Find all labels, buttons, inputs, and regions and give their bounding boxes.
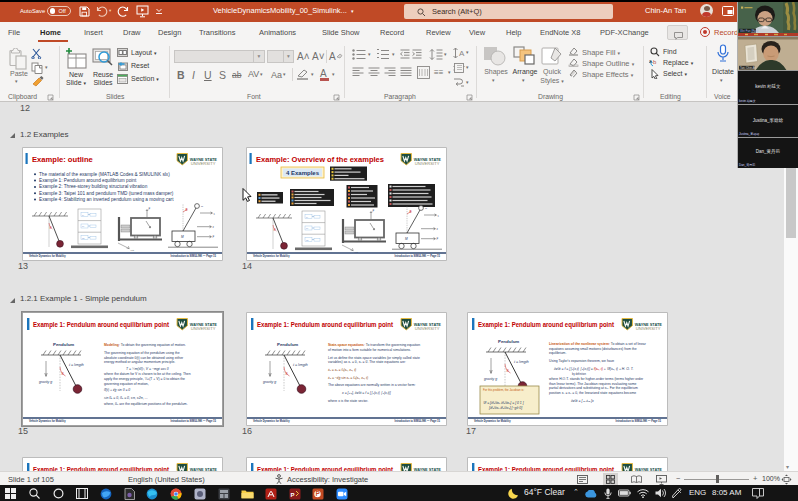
- svg-text:Linearization of the nonlinear: Linearization of the nonlinear system: T…: [549, 342, 647, 346]
- svg-text:by definition: by definition: [572, 371, 586, 375]
- svg-text:P: P: [316, 490, 321, 497]
- svg-text:than linear terms). The Jacob: than linear terms). The Jacobian require…: [549, 381, 637, 385]
- svg-text:∂x⁄∂t = f = [ƒ₁(x,t) ƒ₂(x,t)]: ∂x⁄∂t = f = [ƒ₁(x,t) ƒ₂(x,t)] = f(xₑ, t)…: [554, 367, 634, 371]
- svg-text:position x₁ = x₂ = 0, the line: position x₁ = x₂ = 0, the linearized sta…: [549, 390, 636, 394]
- svg-text:sin θₑ = 0, θₑ = 0, ±π, ±2π: sin θₑ = 0, θₑ = 0, ±π, ±2π, ...: [104, 396, 148, 400]
- svg-text:Using Taylor's expansion theor: Using Taylor's expansion theorem, we hav…: [549, 358, 614, 362]
- svg-text:θ̈(t) + ℓ⁄g sin θ = 0: θ̈(t) + ℓ⁄g sin θ = 0: [104, 388, 130, 392]
- svg-text:Example 3: Taipei 101 and pend: Example 3: Taipei 101 and pendulum TMD (…: [39, 190, 174, 195]
- svg-text:equilibrium.: equilibrium.: [549, 351, 566, 355]
- svg-text:Modeling: To obtain the gover: Modeling: To obtain the governing equati…: [104, 343, 186, 347]
- svg-text:Example 1: Pendulum around equ: Example 1: Pendulum around equilibrium p…: [39, 178, 137, 183]
- svg-text:where, θₑ are the equilibrium: where, θₑ are the equilibrium positions …: [104, 402, 188, 406]
- svg-text:where x is the state vector.: where x is the state vector.: [328, 399, 368, 403]
- svg-text:Example: Overview of the examp: Example: Overview of the examples: [256, 154, 384, 163]
- svg-text:where H.O.T. stands for higher: where H.O.T. stands for higher-order ter…: [549, 377, 644, 381]
- svg-text:Example 2: Three-storey buildi: Example 2: Three-storey building structu…: [39, 184, 148, 189]
- svg-text:governing equation of motion,: governing equation of motion,: [104, 381, 149, 385]
- svg-text:x = [ₗ₁ₗ₂], ∂x⁄∂t = f = [ƒ: x = [ₗ₁ₗ₂], ∂x⁄∂t = f = [ƒ₁(x,t) ƒ₂(x,t)…: [341, 391, 391, 395]
- svg-text:Example 1: Pendulum around equ: Example 1: Pendulum around equilibrium p…: [478, 321, 615, 329]
- svg-text:equations assuming small motio: equations assuming small motions (distur…: [549, 346, 637, 350]
- svg-text:The governing equation of the: The governing equation of the pendulum u…: [104, 351, 180, 355]
- svg-text:Let us define the state-space: Let us define the state-space variables …: [328, 355, 420, 359]
- svg-text:Example 4: Stabilizing an inve: Example 4: Stabilizing an inverted pendu…: [39, 197, 174, 202]
- svg-text:Tan, Chin-An: Tan, Chin-An: [740, 65, 757, 69]
- svg-text:The above equations are normal: The above equations are normally written…: [328, 383, 416, 387]
- svg-text:P: P: [291, 491, 295, 497]
- svg-text:absolute coordinate θ(t) can b: absolute coordinate θ(t) can be obtained…: [104, 355, 184, 359]
- svg-text:Example: outline: Example: outline: [32, 154, 93, 163]
- svg-text:where the datum for V is chose: where the datum for V is chosen to be at…: [104, 372, 191, 376]
- svg-text:of motion into a form suitable: of motion into a form suitable for numer…: [328, 347, 411, 351]
- svg-text:Wei·Fan (Pua): Wei·Fan (Pua): [740, 29, 758, 33]
- svg-text:[∂f₂/∂x₁ ∂f₂/∂x₂] [−g/ℓ 0]: [∂f₂/∂x₁ ∂f₂/∂x₂] [−g/ℓ 0]: [488, 406, 522, 410]
- svg-text:Example 1: Pendulum around equ: Example 1: Pendulum around equilibrium p…: [33, 321, 170, 329]
- svg-text:State-space equations: To tra: State-space equations: To transform the …: [328, 343, 420, 347]
- svg-text:ẋ₂ = −ℓ⁄g sin x₁ = f₂(x₁, x₂,: ẋ₂ = −ℓ⁄g sin x₁ = f₂(x₁, x₂, t): [327, 375, 368, 379]
- svg-text:A: A: [459, 49, 465, 58]
- svg-text:4 Examples: 4 Examples: [286, 169, 320, 175]
- svg-text:b: b: [653, 59, 657, 65]
- svg-text:For this problem, the Jacobian: For this problem, the Jacobian is:: [483, 388, 524, 392]
- svg-text:The material of the example (M: The material of the example (MATLAB Code…: [39, 171, 170, 176]
- svg-text:variables) as x₁ = θ, x₂ = θ̇.: variables) as x₁ = θ, x₂ = θ̇. The state…: [328, 360, 406, 364]
- svg-text:apply the energy principle, ⅒(: apply the energy principle, ⅒(T + V) = 0…: [104, 377, 185, 381]
- svg-text:∇f = [∂f₁/∂x₁ ∂f₁/∂x₂] = [ 0: ∇f = [∂f₁/∂x₁ ∂f₁/∂x₂] = [ 0 1 ]: [483, 401, 524, 405]
- svg-text:partial derivatives and substi: partial derivatives and substituting at …: [549, 386, 638, 390]
- svg-text:Example 1: Pendulum around equ: Example 1: Pendulum around equilibrium p…: [257, 321, 394, 329]
- svg-text:T = ½m(ℓθ̇)², V = −mgℓ cos θ: T = ½m(ℓθ̇)², V = −mgℓ cos θ: [126, 366, 169, 370]
- svg-text:a: a: [649, 58, 652, 64]
- svg-text:ẋ₁ = x₂ = f₁(x₁, x₂, t): ẋ₁ = x₂ = f₁(x₁, x₂, t): [327, 368, 356, 372]
- svg-text:energy method or angular momen: energy method or angular momentum princi…: [104, 360, 175, 364]
- svg-text:∂x⁄∂t = [ ₀₋ℓ₁₀ ]x: ∂x⁄∂t = [ ₀₋ℓ₁₀ ]x: [571, 399, 594, 403]
